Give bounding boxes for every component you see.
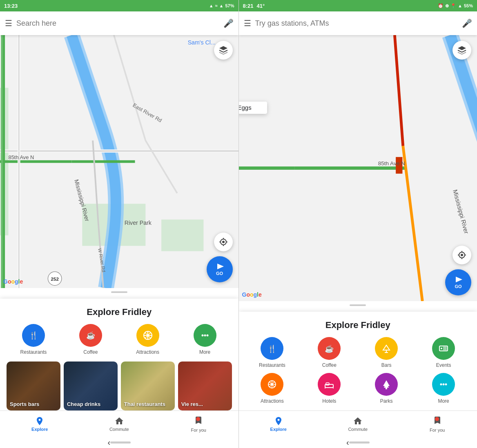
nav-foryou-2[interactable]: For you bbox=[398, 412, 477, 436]
status-bar-1: 13:23 ▲ ≈ ▲ 57% bbox=[0, 0, 238, 11]
category-restaurants-2[interactable]: 🍴 Restaurants bbox=[245, 337, 299, 368]
location-button-2[interactable] bbox=[452, 246, 471, 264]
map-area-1[interactable]: 252 East River Rd Mississippi River 85th… bbox=[0, 35, 238, 288]
category-attractions-2[interactable]: Attractions bbox=[245, 373, 299, 404]
category-grid-2: 🍴 Restaurants ☕ Coffee bbox=[245, 337, 471, 404]
restaurants-icon-1: 🍴 bbox=[22, 324, 45, 347]
nav-commute-1[interactable]: Commute bbox=[80, 413, 159, 435]
search-input-2[interactable] bbox=[255, 19, 458, 28]
layers-button-1[interactable] bbox=[214, 41, 233, 60]
go-label-2: GO bbox=[455, 284, 461, 289]
restaurants-label-1: Restaurants bbox=[20, 349, 47, 355]
nav-explore-label-2: Explore bbox=[270, 427, 287, 432]
attractions-icon-2 bbox=[261, 373, 283, 396]
nav-commute-2[interactable]: Commute bbox=[318, 413, 398, 435]
category-events-2[interactable]: Events bbox=[417, 337, 470, 368]
events-label-2: Events bbox=[436, 362, 451, 368]
thai-restaurants-label: Thai restaurants bbox=[124, 401, 165, 407]
category-restaurants-1[interactable]: 🍴 Restaurants bbox=[7, 324, 60, 355]
search-bar-2: ☰ 🎤 bbox=[239, 11, 477, 35]
category-coffee-2[interactable]: ☕ Coffee bbox=[302, 337, 356, 368]
cheap-drinks-label: Cheap drinks bbox=[67, 401, 100, 407]
category-more-1[interactable]: More bbox=[178, 324, 232, 355]
category-attractions-1[interactable]: Attractions bbox=[121, 324, 175, 355]
svg-point-25 bbox=[222, 241, 225, 243]
search-bar-1: ☰ 🎤 bbox=[0, 11, 238, 35]
more-label-2: More bbox=[438, 398, 449, 404]
home-indicator-1: ‹ bbox=[0, 437, 238, 448]
nav-foryou-label-2: For you bbox=[430, 428, 445, 432]
svg-marker-75 bbox=[383, 345, 390, 350]
food-card-sports[interactable]: Sports bars bbox=[7, 362, 60, 410]
svg-rect-4 bbox=[161, 220, 203, 251]
time-2: 8:21 bbox=[243, 3, 254, 9]
foryou-badge-2 bbox=[435, 417, 439, 421]
food-cards-1: Sports bars Cheap drinks Thai restaurant… bbox=[7, 362, 232, 410]
status-left-2: 8:21 41° bbox=[243, 3, 265, 9]
nav-foryou-1[interactable]: For you bbox=[159, 412, 238, 436]
phone-1: 13:23 ▲ ≈ ▲ 57% ☰ 🎤 bbox=[0, 0, 239, 448]
nav-foryou-label-1: For you bbox=[191, 428, 206, 432]
category-bars-2[interactable]: Bars bbox=[359, 337, 413, 368]
location-button-1[interactable] bbox=[214, 233, 233, 251]
go-button-1[interactable]: GO bbox=[207, 256, 233, 282]
back-button-2[interactable]: ‹ bbox=[346, 438, 349, 447]
bottom-panel-1: Explore Fridley 🍴 Restaurants ☕ Coffee bbox=[0, 299, 238, 410]
phone-2: 8:21 41° ⏰ ⊕ 📍 ▲ 55% ☰ 🎤 bbox=[239, 0, 477, 448]
svg-text:85th Ave N: 85th Ave N bbox=[9, 154, 34, 160]
vie-label: Vie res... bbox=[181, 401, 203, 407]
svg-marker-72 bbox=[456, 277, 462, 282]
category-more-2[interactable]: More bbox=[417, 373, 470, 404]
more-icon-2 bbox=[432, 373, 455, 396]
menu-icon-1[interactable]: ☰ bbox=[5, 18, 12, 28]
svg-text:85th Ave N: 85th Ave N bbox=[378, 160, 405, 166]
mic-icon-2[interactable]: 🎤 bbox=[462, 18, 472, 28]
svg-text:🍴: 🍴 bbox=[29, 331, 38, 340]
bars-label-2: Bars bbox=[381, 362, 392, 368]
category-hotels-2[interactable]: Hotels bbox=[302, 373, 356, 404]
mic-icon-1[interactable]: 🎤 bbox=[223, 18, 234, 28]
status-bar-2: 8:21 41° ⏰ ⊕ 📍 ▲ 55% bbox=[239, 0, 477, 11]
food-card-thai[interactable]: Thai restaurants bbox=[121, 362, 175, 410]
more-label-1: More bbox=[199, 349, 210, 355]
nav-explore-label-1: Explore bbox=[31, 427, 48, 432]
nav-bar-1: Explore Commute For you bbox=[0, 410, 238, 437]
status-icons-2: ⏰ ⊕ 📍 ▲ 55% bbox=[438, 3, 473, 9]
home-indicator-2: ‹ bbox=[239, 437, 477, 448]
nav-commute-label-1: Commute bbox=[109, 427, 129, 432]
nav-explore-1[interactable]: Explore bbox=[0, 413, 80, 435]
search-input-1[interactable] bbox=[16, 19, 219, 28]
sheet-handle-1 bbox=[0, 288, 238, 299]
svg-point-40 bbox=[201, 335, 203, 337]
svg-point-42 bbox=[206, 335, 208, 337]
more-icon-1 bbox=[194, 324, 216, 347]
category-grid-1: 🍴 Restaurants ☕ Coffee bbox=[7, 324, 232, 355]
attractions-icon-1 bbox=[136, 324, 159, 347]
food-card-cheap[interactable]: Cheap drinks bbox=[64, 362, 118, 410]
temp-2: 41° bbox=[257, 3, 265, 9]
restaurants-icon-2: 🍴 bbox=[261, 337, 283, 360]
google-logo-1: Google bbox=[3, 278, 23, 285]
svg-text:Sam's Cl...: Sam's Cl... bbox=[188, 39, 216, 46]
coffee-label-2: Coffee bbox=[322, 362, 337, 368]
layers-button-2[interactable] bbox=[452, 41, 471, 60]
coffee-icon-2: ☕ bbox=[318, 337, 341, 360]
food-card-vie[interactable]: Vie res... bbox=[178, 362, 232, 410]
menu-icon-2[interactable]: ☰ bbox=[244, 18, 251, 28]
status-icons-1: ▲ ≈ ▲ 57% bbox=[209, 3, 234, 8]
time-1: 13:23 bbox=[4, 3, 18, 9]
category-coffee-1[interactable]: ☕ Coffee bbox=[64, 324, 118, 355]
sheet-handle-2 bbox=[239, 301, 477, 312]
category-parks-2[interactable]: Parks bbox=[359, 373, 413, 404]
attractions-label-2: Attractions bbox=[261, 398, 284, 404]
svg-point-97 bbox=[443, 384, 445, 386]
nav-bar-2: Explore Commute For you bbox=[239, 410, 477, 437]
bottom-panel-2: Explore Fridley 🍴 Restaurants ☕ Coffee bbox=[239, 312, 477, 410]
svg-text:252: 252 bbox=[51, 276, 58, 282]
svg-text:🍴: 🍴 bbox=[267, 344, 277, 353]
back-button-1[interactable]: ‹ bbox=[107, 438, 110, 447]
map-area-2[interactable]: East River Rd Mississippi River 85th Ave… bbox=[239, 35, 477, 301]
nav-explore-2[interactable]: Explore bbox=[239, 413, 319, 435]
go-button-2[interactable]: GO bbox=[445, 269, 471, 295]
nav-commute-label-2: Commute bbox=[348, 427, 368, 432]
